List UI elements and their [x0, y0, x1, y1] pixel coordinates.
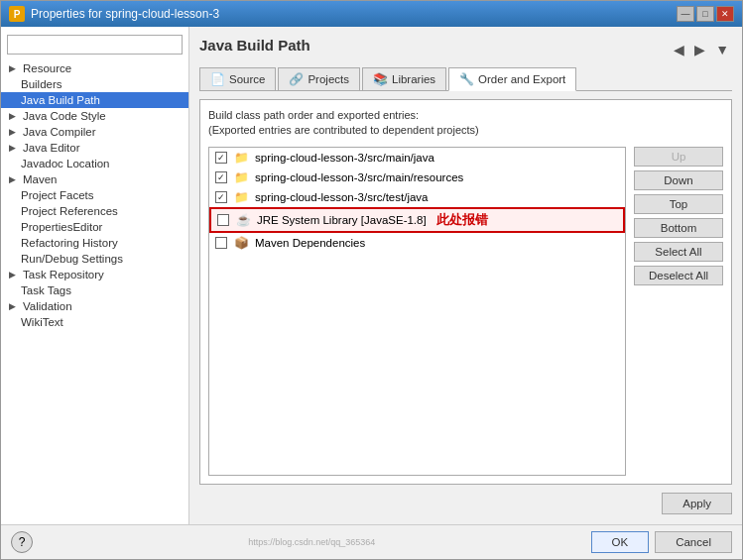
tab-label: Projects — [308, 73, 349, 85]
sidebar-item-label: PropertiesEditor — [21, 221, 102, 233]
sidebar-item-refactoring-history[interactable]: Refactoring History — [1, 235, 188, 251]
list-item[interactable]: 📦Maven Dependencies — [209, 233, 625, 253]
sidebar-arrow-icon: ▶ — [9, 111, 19, 121]
tab-projects[interactable]: 🔗Projects — [278, 67, 360, 90]
sidebar-item-project-references[interactable]: Project References — [1, 203, 188, 219]
list-item[interactable]: 📁spring-cloud-lesson-3/src/main/java — [209, 148, 625, 168]
main-dialog: P Properties for spring-cloud-lesson-3 —… — [0, 0, 743, 560]
entry-label: JRE System Library [JavaSE-1.8] — [257, 214, 427, 226]
sidebar-item-project-facets[interactable]: Project Facets — [1, 187, 188, 203]
sidebar-item-label: Validation — [23, 300, 72, 312]
apply-button[interactable]: Apply — [662, 493, 732, 514]
entry-label: spring-cloud-lesson-3/src/main/resources — [255, 171, 463, 183]
sidebar-item-label: Task Tags — [21, 284, 71, 296]
tab-source[interactable]: 📄Source — [199, 67, 276, 90]
search-box — [7, 35, 183, 55]
list-item[interactable]: 📁spring-cloud-lesson-3/src/main/resource… — [209, 168, 625, 187]
jre-icon: ☕ — [235, 212, 251, 228]
desc-line1: Build class path order and exported entr… — [208, 108, 723, 123]
sidebar-item-label: Refactoring History — [21, 237, 118, 249]
deselect-all-button[interactable]: Deselect All — [634, 266, 723, 285]
sidebar-item-label: Project References — [21, 205, 118, 217]
folder-icon: 📁 — [233, 189, 249, 205]
sidebar-item-propertieseditor[interactable]: PropertiesEditor — [1, 219, 188, 235]
sidebar-arrow-icon: ▶ — [9, 301, 19, 311]
sidebar-item-javadoc-location[interactable]: Javadoc Location — [1, 156, 188, 171]
title-text: Properties for spring-cloud-lesson-3 — [31, 7, 219, 21]
sidebar-item-label: Java Code Style — [23, 110, 106, 122]
tab-label: Libraries — [392, 73, 435, 85]
entry-checkbox[interactable] — [215, 171, 227, 183]
sidebar-item-label: Maven — [23, 173, 58, 185]
sidebar-item-maven[interactable]: ▶Maven — [1, 171, 188, 187]
sidebar-item-label: Java Build Path — [21, 94, 100, 106]
sidebar-arrow-icon: ▶ — [9, 127, 19, 137]
tab-order-and-export[interactable]: 🔧Order and Export — [448, 67, 576, 91]
sidebar-item-java-build-path[interactable]: Java Build Path — [1, 92, 188, 108]
folder-icon: 📁 — [233, 169, 249, 185]
sidebar-item-label: Java Editor — [23, 142, 80, 154]
side-buttons: Up Down Top Bottom Select All Deselect A… — [634, 147, 723, 476]
entry-checkbox[interactable] — [217, 214, 229, 226]
sidebar-item-java-editor[interactable]: ▶Java Editor — [1, 140, 188, 156]
select-all-button[interactable]: Select All — [634, 242, 723, 262]
ok-button[interactable]: OK — [591, 531, 650, 553]
tab-icon: 📚 — [373, 72, 388, 86]
help-button[interactable]: ? — [11, 531, 33, 553]
content-area: Build class path order and exported entr… — [199, 99, 732, 485]
cancel-button[interactable]: Cancel — [655, 531, 732, 553]
entry-label: spring-cloud-lesson-3/src/test/java — [255, 191, 429, 203]
sidebar-item-label: Task Repository — [23, 269, 104, 280]
entry-label: Maven Dependencies — [255, 237, 365, 249]
folder-icon: 📁 — [233, 150, 249, 166]
up-button[interactable]: Up — [634, 147, 723, 167]
description: Build class path order and exported entr… — [208, 108, 723, 139]
sidebar-arrow-icon: ▶ — [9, 270, 19, 280]
maximize-button[interactable]: □ — [696, 6, 714, 22]
sidebar-item-validation[interactable]: ▶Validation — [1, 298, 188, 314]
sidebar-arrow-icon: ▶ — [9, 63, 19, 73]
entry-checkbox[interactable] — [215, 237, 227, 249]
title-bar-left: P Properties for spring-cloud-lesson-3 — [9, 6, 219, 22]
nav-dropdown[interactable]: ▼ — [712, 42, 732, 57]
nav-arrows: ◀ ▶ ▼ — [671, 42, 732, 57]
sidebar-item-label: Run/Debug Settings — [21, 253, 123, 265]
minimize-button[interactable]: — — [677, 6, 694, 22]
watermark: https://blog.csdn.net/qq_365364 — [248, 537, 375, 547]
main-content: 📁spring-cloud-lesson-3/src/main/java📁spr… — [208, 147, 723, 476]
sidebar-arrow-icon: ▶ — [9, 174, 19, 184]
list-item[interactable]: ☕JRE System Library [JavaSE-1.8]此处报错 — [209, 207, 625, 233]
search-input[interactable] — [7, 35, 183, 55]
sidebar-arrow-icon: ▶ — [9, 143, 19, 153]
sidebar-item-label: WikiText — [21, 316, 63, 328]
list-item[interactable]: 📁spring-cloud-lesson-3/src/test/java — [209, 187, 625, 207]
sidebar-item-label: Resource — [23, 62, 71, 74]
forward-button[interactable]: ▶ — [691, 42, 708, 57]
sidebar-item-task-repository[interactable]: ▶Task Repository — [1, 267, 188, 282]
sidebar: ▶ResourceBuildersJava Build Path▶Java Co… — [1, 27, 189, 524]
title-bar: P Properties for spring-cloud-lesson-3 —… — [1, 1, 742, 27]
dialog-footer: ? https://blog.csdn.net/qq_365364 OK Can… — [1, 524, 742, 559]
dialog-body: ▶ResourceBuildersJava Build Path▶Java Co… — [1, 27, 742, 524]
sidebar-item-label: Project Facets — [21, 189, 94, 201]
entry-checkbox[interactable] — [215, 191, 227, 203]
tab-icon: 🔗 — [289, 72, 304, 86]
back-button[interactable]: ◀ — [671, 42, 687, 57]
main-panel: Java Build Path ◀ ▶ ▼ 📄Source🔗Projects📚L… — [189, 27, 742, 524]
sidebar-item-resource[interactable]: ▶Resource — [1, 60, 188, 76]
tab-libraries[interactable]: 📚Libraries — [362, 67, 446, 90]
close-button[interactable]: ✕ — [716, 6, 734, 22]
sidebar-item-builders[interactable]: Builders — [1, 76, 188, 92]
sidebar-item-java-code-style[interactable]: ▶Java Code Style — [1, 108, 188, 124]
sidebar-items-container: ▶ResourceBuildersJava Build Path▶Java Co… — [1, 60, 188, 330]
entry-checkbox[interactable] — [215, 152, 227, 164]
desc-line2: (Exported entries are contributed to dep… — [208, 123, 723, 138]
bottom-button[interactable]: Bottom — [634, 218, 723, 238]
sidebar-item-java-compiler[interactable]: ▶Java Compiler — [1, 124, 188, 140]
top-button[interactable]: Top — [634, 194, 723, 214]
dialog-icon: P — [9, 6, 25, 22]
sidebar-item-run-debug-settings[interactable]: Run/Debug Settings — [1, 251, 188, 267]
sidebar-item-task-tags[interactable]: Task Tags — [1, 282, 188, 298]
down-button[interactable]: Down — [634, 170, 723, 190]
sidebar-item-wikitext[interactable]: WikiText — [1, 314, 188, 330]
